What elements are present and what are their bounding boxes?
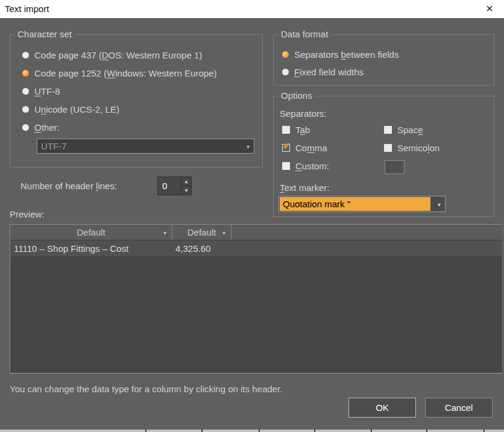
- column-header-1[interactable]: Default ▾: [10, 225, 172, 240]
- down-arrow-icon: ▼: [184, 188, 189, 193]
- data-format-group: Data format Separators between fields Fi…: [273, 34, 494, 86]
- spinner-up-button[interactable]: ▲: [181, 177, 191, 186]
- column-type-label: Default: [187, 227, 216, 237]
- checkbox-label: Space: [397, 125, 423, 135]
- radio-icon: [22, 106, 29, 113]
- radio-icon: [22, 52, 29, 58]
- checkbox-icon: ✔: [282, 144, 290, 152]
- checkbox-custom[interactable]: ✔ Custom:: [282, 160, 329, 171]
- radio-label: Fixed field widths: [294, 67, 364, 77]
- radio-code-page-1252[interactable]: Code page 1252 (Windows: Western Europe): [22, 67, 216, 78]
- other-encoding-dropdown[interactable]: UTF-7 ▾: [37, 139, 254, 154]
- preview-table-header: Default ▾ Default ▾: [10, 224, 502, 240]
- title-bar: Text import ✕: [0, 0, 504, 18]
- checkbox-label: Comma: [295, 143, 327, 153]
- preview-label: Preview:: [10, 209, 45, 219]
- spinner-buttons: ▲ ▼: [181, 177, 191, 195]
- cell-account: 11110 – Shop Fittings – Cost: [10, 243, 172, 254]
- chevron-down-icon: ▾: [222, 229, 225, 236]
- checkbox-icon: ✔: [384, 126, 392, 134]
- checkbox-comma[interactable]: ✔ Comma: [282, 142, 327, 153]
- radio-code-page-437[interactable]: Code page 437 (DOS: Western Europe 1): [22, 49, 202, 60]
- radio-icon: [282, 51, 289, 58]
- character-set-group-label: Character set: [14, 29, 75, 39]
- radio-icon: [22, 124, 29, 131]
- chevron-down-icon: ▾: [163, 229, 166, 236]
- text-marker-label: Text marker:: [280, 183, 330, 193]
- check-icon: ✔: [283, 141, 291, 150]
- column-header-2[interactable]: Default ▾: [172, 225, 232, 240]
- text-marker-dropdown[interactable]: Quotation mark " ▾: [279, 196, 446, 212]
- checkbox-space[interactable]: ✔ Space: [384, 124, 423, 135]
- custom-separator-input[interactable]: [385, 160, 405, 174]
- radio-other[interactable]: Other:: [22, 122, 60, 133]
- radio-label: UTF-8: [34, 86, 60, 96]
- radio-label: Separators between fields: [294, 49, 398, 60]
- background-window-edge: [0, 430, 504, 432]
- checkbox-icon: ✔: [282, 126, 290, 134]
- radio-label: Other:: [34, 122, 60, 133]
- radio-icon: [282, 69, 289, 75]
- checkbox-tab[interactable]: ✔ Tab: [282, 124, 310, 135]
- column-type-label: Default: [77, 227, 106, 237]
- radio-separators-between-fields[interactable]: Separators between fields: [282, 49, 398, 60]
- checkbox-icon: ✔: [282, 162, 290, 170]
- separators-label: Separators:: [280, 108, 327, 119]
- cell-amount: 4,325.60: [172, 243, 232, 254]
- text-marker-value: Quotation mark ": [280, 197, 430, 211]
- column-header-empty: [232, 225, 502, 240]
- chevron-down-icon: ▾: [438, 201, 441, 207]
- radio-unicode-ucs2[interactable]: Unicode (UCS-2, LE): [22, 104, 119, 114]
- dialog-title: Text import: [5, 0, 49, 18]
- radio-icon: [22, 88, 29, 95]
- ok-button[interactable]: OK: [348, 398, 416, 418]
- header-lines-spinner[interactable]: 0 ▲ ▼: [157, 177, 192, 195]
- data-format-group-label: Data format: [278, 29, 331, 39]
- options-group: Options Separators: ✔ Tab ✔ Space ✔ Comm…: [273, 96, 494, 217]
- checkbox-label: Tab: [295, 125, 310, 135]
- table-row[interactable]: 11110 – Shop Fittings – Cost 4,325.60: [10, 240, 502, 256]
- other-encoding-value: UTF-7: [37, 141, 67, 151]
- checkbox-label: Custom:: [295, 161, 329, 171]
- radio-utf-8[interactable]: UTF-8: [22, 86, 60, 96]
- spinner-value: 0: [158, 177, 181, 195]
- close-icon[interactable]: ✕: [482, 0, 497, 18]
- checkbox-label: Semicolon: [397, 143, 439, 153]
- radio-label: Unicode (UCS-2, LE): [34, 104, 119, 114]
- cancel-button[interactable]: Cancel: [425, 398, 493, 418]
- up-arrow-icon: ▲: [184, 179, 189, 184]
- radio-label: Code page 1252 (Windows: Western Europe): [34, 68, 216, 78]
- radio-label: Code page 437 (DOS: Western Europe 1): [34, 50, 202, 60]
- text-import-dialog: Text import ✕ Character set Code page 43…: [0, 0, 504, 432]
- checkbox-icon: ✔: [384, 144, 392, 152]
- chevron-down-icon: ▾: [247, 143, 250, 149]
- radio-fixed-field-widths[interactable]: Fixed field widths: [282, 66, 364, 77]
- checkbox-semicolon[interactable]: ✔ Semicolon: [384, 142, 439, 153]
- radio-icon: [22, 70, 29, 77]
- spinner-down-button[interactable]: ▼: [181, 186, 191, 195]
- options-group-label: Options: [278, 90, 315, 101]
- character-set-group: Character set Code page 437 (DOS: Wester…: [10, 34, 263, 167]
- hint-text: You can change the data type for a colum…: [10, 384, 282, 394]
- preview-table: Default ▾ Default ▾ 11110 – Shop Fitting…: [10, 224, 503, 374]
- header-lines-label: Number of header lines:: [20, 181, 117, 191]
